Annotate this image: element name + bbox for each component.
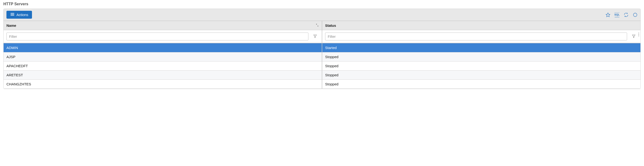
refresh-icon[interactable] [624, 13, 628, 17]
sql-icon[interactable]: SQL [615, 13, 620, 17]
column-header-status-label: Status [325, 24, 336, 28]
page-title: HTTP Servers [0, 0, 644, 9]
cell-status: Stopped [322, 62, 640, 71]
column-header-name-label: Name [6, 24, 16, 28]
table-body: ADMINStartedAJSPStoppedAPACHEDFTStoppedA… [4, 43, 640, 89]
cell-status: Stopped [322, 52, 640, 62]
reset-icon[interactable] [633, 13, 638, 17]
svg-point-6 [638, 34, 639, 35]
toolbar-icons: SQL [606, 13, 638, 17]
cell-name: CHANGZHTES [4, 80, 322, 89]
cell-status: Stopped [322, 80, 640, 89]
actions-button[interactable]: Actions [6, 11, 32, 19]
toolbar: Actions SQL [4, 9, 640, 21]
table-row[interactable]: ADMINStarted [4, 43, 640, 52]
cell-name: ADMIN [4, 43, 322, 52]
table-row[interactable]: CHANGZHTESStopped [4, 80, 640, 89]
column-header-status[interactable]: Status [322, 21, 640, 30]
favorite-icon[interactable] [606, 13, 610, 17]
filter-icon[interactable] [630, 33, 638, 40]
svg-point-5 [638, 33, 639, 34]
cell-name: APACHEDFT [4, 62, 322, 71]
cell-name: AJSP [4, 52, 322, 62]
column-options-icon[interactable] [638, 31, 640, 39]
actions-label: Actions [16, 13, 28, 17]
table-row[interactable]: APACHEDFTStopped [4, 62, 640, 71]
column-header-name[interactable]: Name [4, 21, 322, 30]
svg-point-7 [638, 36, 639, 36]
panel: Actions SQL [3, 9, 641, 89]
svg-marker-3 [606, 13, 610, 17]
table-wrap: Name Status [4, 21, 640, 89]
svg-marker-8 [314, 35, 316, 38]
table-row[interactable]: AJSPStopped [4, 52, 640, 62]
cell-status: Stopped [322, 71, 640, 80]
svg-point-4 [634, 13, 637, 17]
svg-marker-9 [632, 35, 635, 38]
menu-icon [10, 13, 14, 17]
filter-icon[interactable] [311, 33, 319, 40]
cell-status: Started [322, 43, 640, 52]
cell-name: ARETEST [4, 71, 322, 80]
table-row[interactable]: ARETESTStopped [4, 71, 640, 80]
status-filter-input[interactable] [325, 33, 627, 40]
sort-icon[interactable] [316, 24, 319, 28]
filter-row [4, 30, 640, 43]
data-table: Name Status [4, 21, 640, 89]
name-filter-input[interactable] [6, 33, 308, 40]
